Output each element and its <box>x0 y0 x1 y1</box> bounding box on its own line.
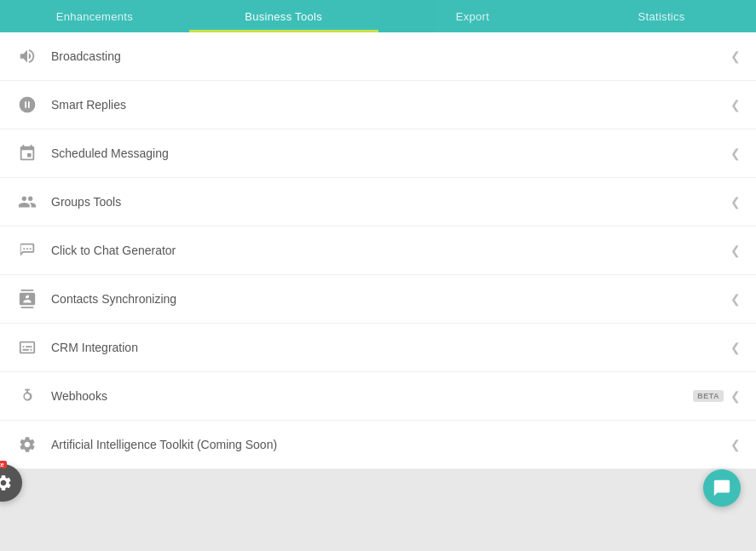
contacts-sync-label: Contacts Synchronizing <box>51 292 730 306</box>
webhooks-label: Webhooks <box>51 389 688 403</box>
menu-item-smart-replies[interactable]: Smart Replies ❮ <box>0 81 756 129</box>
menu-item-crm-integration[interactable]: CRM Integration ❮ <box>0 324 756 372</box>
ai-toolkit-icon <box>15 433 39 456</box>
webhooks-chevron: ❮ <box>730 389 741 403</box>
tab-business-tools[interactable]: Business Tools <box>189 0 378 32</box>
menu-list: Broadcasting ❮ Smart Replies ❮ Scheduled… <box>0 32 756 469</box>
menu-item-webhooks[interactable]: Webhooks BETA ❮ <box>0 372 756 421</box>
fab-chat-button[interactable] <box>703 469 741 507</box>
menu-item-contacts-sync[interactable]: Contacts Synchronizing ❮ <box>0 275 756 324</box>
webhooks-icon <box>15 384 39 408</box>
click-to-chat-label: Click to Chat Generator <box>51 244 730 257</box>
tab-export[interactable]: Export <box>378 0 568 32</box>
smart-replies-chevron: ❮ <box>730 98 741 112</box>
groups-tools-chevron: ❮ <box>730 195 741 209</box>
crm-integration-label: CRM Integration <box>51 341 730 354</box>
scheduled-messaging-label: Scheduled Messaging <box>51 146 730 160</box>
content-area: Broadcasting ❮ Smart Replies ❮ Scheduled… <box>0 32 756 469</box>
contacts-sync-chevron: ❮ <box>730 292 741 306</box>
menu-item-ai-toolkit[interactable]: Artificial Intelligence Toolkit (Coming … <box>0 421 756 469</box>
menu-item-scheduled-messaging[interactable]: Scheduled Messaging ❮ <box>0 129 756 178</box>
ai-toolkit-chevron: ❮ <box>730 438 741 451</box>
scheduled-messaging-chevron: ❮ <box>730 146 741 160</box>
click-to-chat-icon <box>15 238 39 262</box>
menu-item-click-to-chat[interactable]: Click to Chat Generator ❮ <box>0 227 756 275</box>
crm-integration-chevron: ❮ <box>730 341 741 354</box>
groups-tools-icon <box>15 190 39 214</box>
menu-item-groups-tools[interactable]: Groups Tools ❮ <box>0 178 756 227</box>
scheduled-messaging-icon <box>15 141 39 165</box>
groups-tools-label: Groups Tools <box>51 195 730 209</box>
fab-settings-button[interactable]: Update <box>0 464 22 502</box>
ai-toolkit-label: Artificial Intelligence Toolkit (Coming … <box>51 438 730 451</box>
crm-integration-icon <box>15 336 39 359</box>
tab-statistics[interactable]: Statistics <box>567 0 756 32</box>
broadcasting-chevron: ❮ <box>730 49 741 63</box>
broadcast-icon <box>15 44 39 68</box>
top-navigation: Enhancements Business Tools Export Stati… <box>0 0 756 32</box>
menu-item-broadcasting[interactable]: Broadcasting ❮ <box>0 32 756 81</box>
beta-badge: BETA <box>693 390 724 402</box>
smart-replies-icon <box>15 93 39 117</box>
click-to-chat-chevron: ❮ <box>730 244 741 257</box>
broadcasting-label: Broadcasting <box>51 49 730 63</box>
tab-enhancements[interactable]: Enhancements <box>0 0 189 32</box>
update-badge: Update <box>0 461 7 468</box>
smart-replies-label: Smart Replies <box>51 98 730 112</box>
contacts-sync-icon <box>15 287 39 311</box>
